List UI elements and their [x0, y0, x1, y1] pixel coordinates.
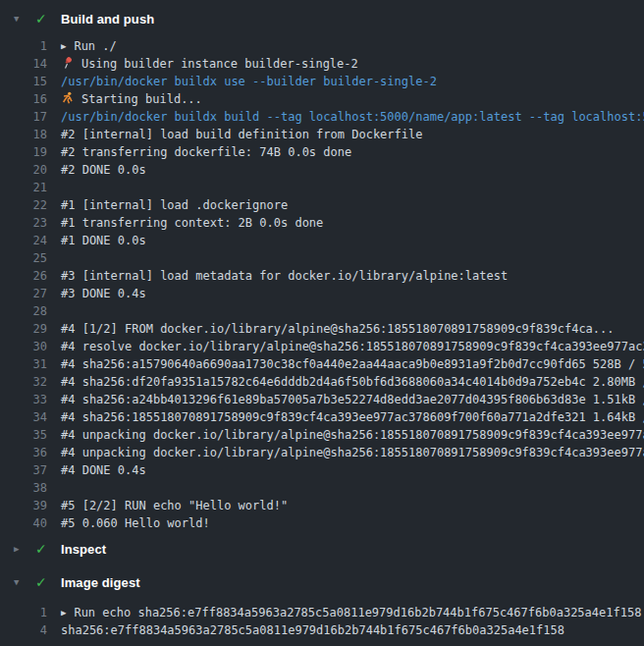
log-text: #4 unpacking docker.io/library/alpine@sh… [61, 426, 644, 444]
log-line: 24#1 DONE 0.0s [0, 232, 644, 249]
line-number[interactable]: 15 [0, 73, 47, 90]
log-line: 33#4 sha256:a24bb4013296f61e89ba57005a7b… [0, 391, 644, 408]
log-text: #2 transferring dockerfile: 74B 0.0s don… [61, 143, 351, 161]
line-number[interactable]: 28 [0, 302, 47, 320]
log-line: 18#2 [internal] load build definition fr… [0, 126, 644, 143]
log-text: Using builder instance builder-single-2 [61, 55, 358, 73]
line-number[interactable]: 1 [0, 37, 47, 55]
log-line: 36#4 unpacking docker.io/library/alpine@… [0, 444, 644, 461]
line-number[interactable]: 31 [0, 355, 47, 373]
log-text: /usr/bin/docker buildx build --tag local… [61, 108, 644, 126]
line-number[interactable]: 30 [0, 338, 47, 355]
log-line: 32#4 sha256:df20fa9351a15782c64e6dddb2d4… [0, 373, 644, 391]
line-number[interactable]: 25 [0, 249, 47, 267]
section-title: Build and push [61, 12, 154, 27]
line-number[interactable]: 38 [0, 479, 47, 497]
section-header-image-digest[interactable]: ▼ ✓ Image digest [0, 569, 644, 595]
log-text: /usr/bin/docker buildx use --builder bui… [61, 73, 437, 90]
line-number[interactable]: 33 [0, 391, 47, 408]
log-line: 26#3 [internal] load metadata for docker… [0, 267, 644, 285]
log-line: 14Using builder instance builder-single-… [0, 55, 644, 73]
section-title: Image digest [61, 575, 140, 590]
check-icon: ✓ [35, 6, 61, 31]
line-number[interactable]: 32 [0, 373, 47, 391]
log-line: 38 [0, 479, 644, 497]
section-header-inspect[interactable]: ▶ ✓ Inspect [0, 536, 644, 562]
log-line: 39#5 [2/2] RUN echo "Hello world!" [0, 497, 644, 514]
line-number[interactable]: 39 [0, 497, 47, 514]
line-number[interactable]: 23 [0, 214, 47, 232]
log-line: 23#1 transferring context: 2B 0.0s done [0, 214, 644, 232]
log-text: #4 sha256:a15790640a6690aa1730c38cf0a440… [61, 355, 644, 373]
line-number[interactable]: 17 [0, 108, 47, 126]
log-lines: 1▶Run ./14Using builder instance builder… [0, 37, 644, 532]
line-number[interactable]: 35 [0, 426, 47, 444]
check-icon: ✓ [35, 569, 61, 595]
play-icon[interactable]: ▶ [61, 604, 66, 621]
section-image-digest: ▼ ✓ Image digest 1▶Run echo sha256:e7ff8… [0, 569, 644, 639]
log-text: #4 [1/2] FROM docker.io/library/alpine@s… [61, 320, 615, 338]
caret-icon[interactable]: ▼ [14, 6, 35, 31]
log-line: 31#4 sha256:a15790640a6690aa1730c38cf0a4… [0, 355, 644, 373]
log-line: 25 [0, 249, 644, 267]
line-number[interactable]: 36 [0, 444, 47, 461]
section-inspect: ▶ ✓ Inspect [0, 536, 644, 562]
log-text: #4 sha256:a24bb4013296f61e89ba57005a7b3e… [61, 391, 644, 408]
line-number[interactable]: 40 [0, 514, 47, 532]
log-line: 30#4 resolve docker.io/library/alpine@sh… [0, 338, 644, 355]
section-header-build-and-push[interactable]: ▼ ✓ Build and push [0, 6, 644, 31]
log-text: #5 0.060 Hello world! [61, 514, 210, 532]
log-text: sha256:e7ff8834a5963a2785c5a0811e979d16b… [61, 621, 564, 639]
line-number[interactable]: 29 [0, 320, 47, 338]
line-number[interactable]: 24 [0, 232, 47, 249]
log-line: 28 [0, 302, 644, 320]
line-number[interactable]: 1 [0, 604, 47, 621]
log-line: 4sha256:e7ff8834a5963a2785c5a0811e979d16… [0, 621, 644, 639]
log-text: ▶Run echo sha256:e7ff8834a5963a2785c5a08… [61, 604, 641, 621]
line-number[interactable]: 37 [0, 461, 47, 479]
log-text: #4 unpacking docker.io/library/alpine@sh… [61, 444, 644, 461]
line-number[interactable]: 4 [0, 621, 47, 639]
actions-log-viewer: ▼ ✓ Build and push 1▶Run ./14Using build… [0, 0, 644, 646]
caret-icon[interactable]: ▶ [14, 536, 35, 562]
log-line: 17/usr/bin/docker buildx build --tag loc… [0, 108, 644, 126]
log-text: #4 DONE 0.4s [61, 461, 146, 479]
section-title: Inspect [61, 542, 106, 557]
line-number[interactable]: 26 [0, 267, 47, 285]
line-number[interactable]: 16 [0, 90, 47, 108]
log-line: 19#2 transferring dockerfile: 74B 0.0s d… [0, 143, 644, 161]
log-line: 1▶Run ./ [0, 37, 644, 55]
line-number[interactable]: 18 [0, 126, 47, 143]
caret-icon[interactable]: ▼ [14, 569, 35, 595]
line-number[interactable]: 21 [0, 179, 47, 196]
line-number[interactable]: 20 [0, 161, 47, 179]
line-number[interactable]: 34 [0, 408, 47, 426]
log-text: #4 sha256:185518070891758909c9f839cf4ca3… [61, 408, 644, 426]
log-line: 16Starting build... [0, 90, 644, 108]
log-text: #2 DONE 0.0s [61, 161, 146, 179]
log-text: ▶Run ./ [61, 37, 117, 55]
pushpin-icon [61, 56, 75, 70]
section-build-and-push: ▼ ✓ Build and push 1▶Run ./14Using build… [0, 6, 644, 532]
play-icon[interactable]: ▶ [61, 37, 66, 55]
log-text: #4 resolve docker.io/library/alpine@sha2… [61, 338, 644, 355]
log-line: 1▶Run echo sha256:e7ff8834a5963a2785c5a0… [0, 604, 644, 621]
log-line: 27#3 DONE 0.4s [0, 285, 644, 302]
log-text: #5 [2/2] RUN echo "Hello world!" [61, 497, 288, 514]
line-number[interactable]: 19 [0, 143, 47, 161]
runner-icon [61, 91, 75, 105]
log-lines: 1▶Run echo sha256:e7ff8834a5963a2785c5a0… [0, 604, 644, 639]
log-line: 29#4 [1/2] FROM docker.io/library/alpine… [0, 320, 644, 338]
log-line: 40#5 0.060 Hello world! [0, 514, 644, 532]
log-line: 22#1 [internal] load .dockerignore [0, 196, 644, 214]
line-number[interactable]: 27 [0, 285, 47, 302]
log-line: 20#2 DONE 0.0s [0, 161, 644, 179]
log-text: #1 DONE 0.0s [61, 232, 146, 249]
line-number[interactable]: 22 [0, 196, 47, 214]
log-line: 34#4 sha256:185518070891758909c9f839cf4c… [0, 408, 644, 426]
log-text: Starting build... [61, 90, 202, 108]
log-text: #1 [internal] load .dockerignore [61, 196, 288, 214]
line-number[interactable]: 14 [0, 55, 47, 73]
check-icon: ✓ [35, 536, 61, 562]
log-text: #1 transferring context: 2B 0.0s done [61, 214, 323, 232]
